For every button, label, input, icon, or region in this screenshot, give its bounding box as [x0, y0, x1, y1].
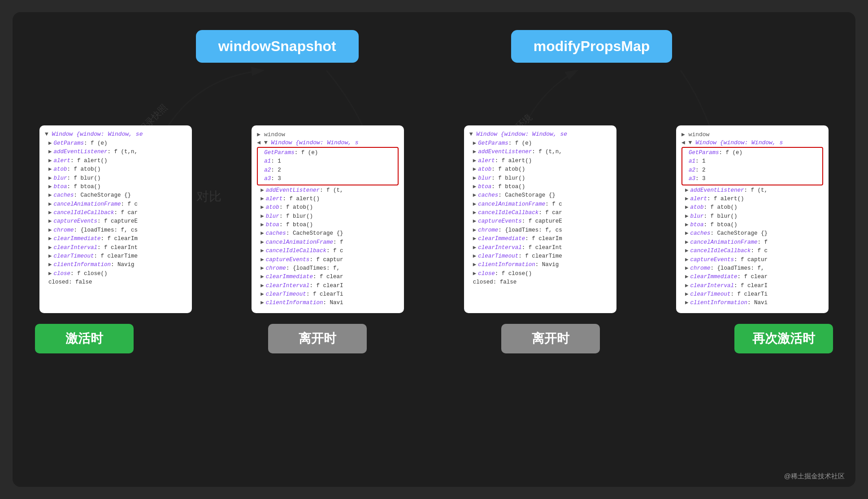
panel-3: ▼ Window {window: Window, se ▶GetParams:…: [464, 125, 616, 313]
window-snapshot-label: windowSnapshot: [218, 38, 336, 54]
label-reactivate: 再次激活时: [734, 324, 833, 353]
modify-props-map-label: modifyPropsMap: [534, 38, 650, 54]
main-container: windowSnapshot modifyPropsMap 记录快照 记录变更 …: [13, 12, 855, 487]
window-snapshot-box: windowSnapshot: [196, 30, 359, 63]
label-activate: 激活时: [35, 324, 134, 353]
labels-row: 激活时 离开时 离开时 再次激活时: [30, 324, 838, 353]
label-leave-2: 离开时: [501, 324, 600, 353]
watermark: @稀土掘金技术社区: [784, 472, 845, 481]
panel1-title: ▼ Window {window: Window, se: [45, 131, 187, 138]
modify-props-map-box: modifyPropsMap: [511, 30, 673, 63]
panel-2: ▶ window ◀ ▼ Window {window: Window, s G…: [252, 125, 404, 313]
highlight-block-2: GetParams: f (e) a1: 1 a2: 2 a3: 3: [257, 147, 399, 185]
panel-1: ▼ Window {window: Window, se ▶GetParams:…: [39, 125, 192, 313]
panel3-title: ▼ Window {window: Window, se: [469, 131, 611, 138]
functions-row: windowSnapshot modifyPropsMap: [30, 30, 838, 63]
panel-4: ▶ window ◀ ▼ Window {window: Window, s G…: [676, 125, 829, 313]
compare-label: 对比: [196, 188, 221, 205]
label-leave-1: 离开时: [268, 324, 367, 353]
highlight-block-4: GetParams: f (e) a1: 1 a2: 2 a3: 3: [681, 147, 823, 185]
